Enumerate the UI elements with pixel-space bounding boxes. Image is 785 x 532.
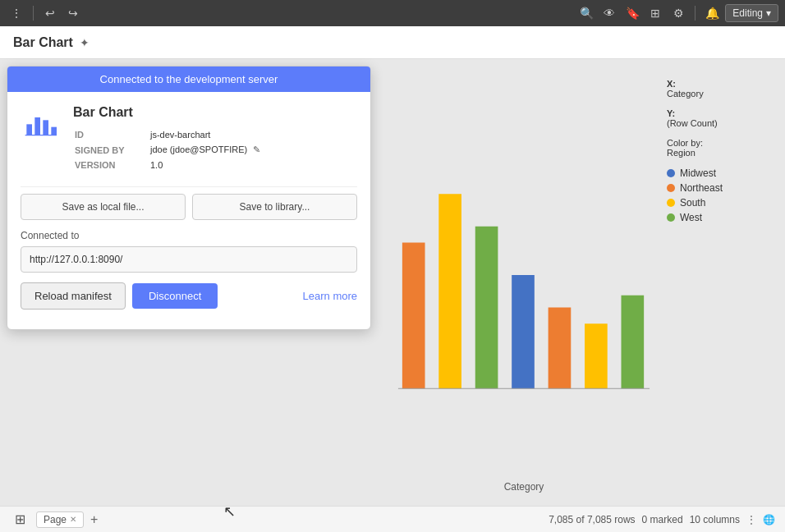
save-library-button[interactable]: Save to library... (192, 194, 357, 220)
color-by-label: Color by: (667, 138, 703, 148)
legend-item-west: West (667, 212, 765, 223)
reload-manifest-button[interactable]: Reload manifest (21, 282, 126, 310)
bar-west-1[interactable] (475, 227, 498, 389)
top-toolbar: ⋮ ↩ ↪ 🔍 👁 🔖 ⊞ ⚙ 🔔 Editing ▾ (0, 0, 785, 26)
midwest-label: Midwest (680, 167, 716, 179)
filter-icon[interactable]: ⊞ (645, 3, 665, 23)
popup-chart-title: Bar Chart (73, 105, 357, 120)
bar-south-2[interactable] (585, 323, 608, 388)
status-bar: ⊞ Page ✕ + 7,085 of 7,085 rows 0 marked … (0, 506, 785, 532)
search-icon[interactable]: 🔍 (576, 3, 596, 23)
popup-info-row: Bar Chart ID js-dev-barchart SIGNED BY j… (21, 105, 357, 173)
popup-save-buttons: Save as local file... Save to library... (21, 194, 357, 220)
redo-icon[interactable]: ↪ (63, 3, 83, 23)
legend-items: Midwest Northeast South West (667, 167, 765, 223)
undo-icon[interactable]: ↩ (40, 3, 60, 23)
version-value: 1.0 (150, 158, 356, 172)
x-axis-letter: X: (667, 79, 676, 89)
bar-midwest-1[interactable] (512, 275, 535, 388)
toolbar-divider-2 (695, 6, 695, 21)
page-title-bar: Bar Chart ✦ (0, 26, 785, 59)
editing-label: Editing (732, 7, 763, 19)
svg-rect-4 (51, 127, 57, 135)
x-axis-label: Category (394, 481, 654, 493)
bar-northeast-1[interactable] (402, 243, 425, 389)
theme-icon[interactable]: 👁 (599, 3, 619, 23)
signed-by-label: SIGNED BY (75, 143, 149, 157)
bar-northeast-2[interactable] (549, 308, 572, 389)
signed-by-value: jdoe (jdoe@SPOTFIRE) ✎ (150, 143, 356, 157)
bookmark-icon[interactable]: 🔖 (622, 3, 642, 23)
left-sidebar-icon[interactable]: ⊞ (10, 510, 30, 530)
disconnect-button[interactable]: Disconnect (132, 283, 218, 309)
svg-rect-3 (43, 120, 48, 135)
color-by-value: Region (667, 148, 695, 158)
globe-icon[interactable]: 🌐 (763, 514, 775, 525)
page-tab[interactable]: Page ✕ (36, 511, 84, 528)
bar-chart-icon (21, 105, 60, 144)
page-tab-label: Page (44, 514, 67, 525)
legend-item-south: South (667, 197, 765, 209)
version-label: VERSION (75, 158, 149, 172)
edit-signed-by-icon[interactable]: ✎ (253, 144, 260, 154)
y-axis-value: (Row Count) (667, 118, 718, 128)
northeast-label: Northeast (680, 182, 723, 194)
learn-more-link[interactable]: Learn more (303, 290, 357, 302)
bar-chart-svg (394, 72, 654, 478)
main-area: Category X: Category Y: (Row Count) Colo… (0, 59, 785, 506)
id-value: js-dev-barchart (150, 128, 356, 141)
url-input[interactable] (21, 246, 357, 273)
toolbar-divider-1 (33, 6, 34, 21)
west-dot (667, 213, 675, 222)
popup-content: Bar Chart ID js-dev-barchart SIGNED BY j… (7, 92, 370, 329)
bar-west-2[interactable] (622, 296, 645, 389)
connected-banner: Connected to the development server (7, 66, 370, 92)
menu-icon[interactable]: ⋮ (7, 3, 26, 23)
chart-container: Category (394, 72, 654, 493)
south-label: South (680, 197, 705, 209)
midwest-dot (667, 169, 675, 177)
legend-y-info: Y: (Row Count) (667, 108, 765, 128)
legend-item-northeast: Northeast (667, 182, 765, 194)
svg-rect-1 (26, 124, 32, 135)
y-axis-letter: Y: (667, 108, 675, 118)
connected-banner-text: Connected to the development server (100, 73, 278, 85)
columns-info: 10 columns (690, 514, 740, 525)
legend-panel: X: Category Y: (Row Count) Color by: Reg… (667, 72, 765, 227)
page-title-settings-icon[interactable]: ✦ (80, 36, 90, 49)
popup-info-details: Bar Chart ID js-dev-barchart SIGNED BY j… (73, 105, 357, 173)
action-buttons: Reload manifest Disconnect Learn more (21, 282, 357, 310)
page-title: Bar Chart (13, 35, 73, 50)
legend-x-info: X: Category (667, 79, 765, 99)
chart-and-legend: Category X: Category Y: (Row Count) Colo… (394, 72, 765, 493)
popup-divider (21, 186, 357, 187)
meta-table: ID js-dev-barchart SIGNED BY jdoe (jdoe@… (73, 126, 357, 173)
x-axis-value: Category (667, 89, 704, 99)
settings-icon[interactable]: ⚙ (668, 3, 688, 23)
northeast-dot (667, 184, 675, 192)
legend-item-midwest: Midwest (667, 167, 765, 179)
notifications-icon[interactable]: 🔔 (702, 3, 722, 23)
editing-dropdown[interactable]: Editing ▾ (725, 4, 778, 22)
chevron-down-icon: ▾ (766, 7, 771, 19)
popup-panel: Connected to the development server Bar … (7, 66, 371, 330)
save-local-button[interactable]: Save as local file... (21, 194, 186, 220)
page-tab-close-icon[interactable]: ✕ (70, 515, 76, 524)
add-tab-button[interactable]: + (90, 513, 98, 526)
svg-rect-2 (34, 117, 40, 135)
rows-info: 7,085 of 7,085 rows (549, 514, 635, 525)
south-dot (667, 199, 675, 207)
status-more-icon[interactable]: ⋮ (746, 514, 756, 525)
connected-to-label: Connected to (21, 230, 357, 241)
id-label: ID (75, 128, 149, 141)
west-label: West (680, 212, 702, 223)
legend-color-info: Color by: Region (667, 138, 765, 158)
marked-info: 0 marked (642, 514, 683, 525)
bar-south-1[interactable] (438, 194, 461, 388)
